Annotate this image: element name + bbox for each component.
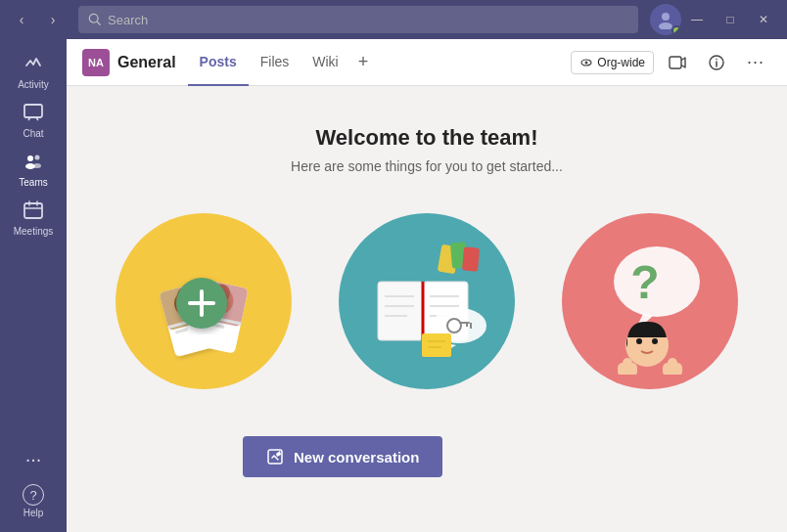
svg-point-14: [585, 61, 588, 64]
info-button[interactable]: [701, 47, 732, 78]
people-illustration: [116, 213, 292, 389]
sidebar-item-teams-label: Teams: [19, 177, 47, 188]
sidebar-item-chat-label: Chat: [23, 128, 43, 139]
eye-icon: [579, 56, 593, 69]
close-button[interactable]: ✕: [748, 4, 779, 35]
meetings-icon: [23, 200, 44, 224]
add-tab-button[interactable]: +: [350, 39, 377, 86]
tab-posts[interactable]: Posts: [188, 39, 249, 86]
more-icon: ···: [25, 448, 42, 470]
minimize-button[interactable]: —: [681, 4, 713, 35]
teams-icon: [23, 151, 44, 175]
channel-avatar: NA: [82, 49, 110, 76]
tab-files[interactable]: Files: [249, 39, 301, 86]
info-icon: [709, 55, 724, 70]
svg-rect-9: [24, 203, 42, 218]
content-area: NA General Posts Files Wiki +: [67, 39, 787, 532]
main-content: Welcome to the team! Here are some thing…: [67, 86, 787, 532]
bottom-area: New conversation: [86, 436, 767, 497]
search-input[interactable]: [108, 13, 628, 27]
sidebar-item-activity-label: Activity: [18, 79, 49, 90]
svg-rect-15: [670, 57, 681, 68]
search-bar[interactable]: [78, 6, 638, 33]
video-icon: [669, 56, 686, 69]
svg-point-60: [652, 338, 658, 344]
org-wide-label: Org-wide: [597, 56, 645, 69]
chat-icon: [23, 102, 44, 126]
sidebar-more-button[interactable]: ···: [4, 440, 63, 478]
sidebar-item-activity[interactable]: Activity: [4, 47, 63, 96]
sidebar-item-teams[interactable]: Teams: [4, 145, 63, 194]
svg-point-18: [716, 58, 718, 60]
title-bar: ‹ › — □ ✕: [0, 0, 787, 39]
svg-point-3: [659, 22, 672, 29]
window-controls: — □ ✕: [681, 4, 779, 35]
org-wide-badge[interactable]: Org-wide: [571, 51, 654, 74]
svg-rect-52: [422, 333, 451, 357]
svg-point-5: [27, 155, 33, 161]
nav-buttons: ‹ ›: [8, 6, 67, 33]
svg-line-1: [97, 22, 100, 24]
sidebar-item-chat[interactable]: Chat: [4, 96, 63, 145]
channel-name: General: [117, 54, 176, 71]
more-options-icon: ···: [747, 52, 764, 72]
illustration-row: ?: [116, 213, 738, 389]
question-illustration-svg: ?: [577, 228, 723, 375]
svg-point-64: [668, 358, 677, 368]
video-call-button[interactable]: [662, 47, 693, 78]
online-status-indicator: [671, 25, 681, 35]
question-illustration: ?: [562, 213, 738, 389]
sidebar: Activity Chat Teams: [0, 39, 67, 532]
svg-point-6: [35, 155, 40, 160]
main-layout: Activity Chat Teams: [0, 39, 787, 532]
activity-icon: [23, 53, 44, 77]
svg-point-59: [636, 338, 642, 344]
channel-header: NA General Posts Files Wiki +: [67, 39, 787, 86]
book-illustration-svg: [353, 228, 500, 375]
svg-point-2: [662, 13, 670, 21]
channel-tabs: Posts Files Wiki: [188, 39, 350, 86]
new-conversation-button[interactable]: New conversation: [243, 436, 442, 477]
user-avatar-button[interactable]: [650, 4, 681, 35]
svg-rect-36: [462, 246, 480, 271]
svg-text:?: ?: [630, 256, 659, 308]
nav-back-button[interactable]: ‹: [8, 6, 35, 33]
new-conversation-label: New conversation: [294, 449, 419, 466]
nav-forward-button[interactable]: ›: [39, 6, 67, 33]
maximize-button[interactable]: □: [715, 4, 746, 35]
svg-point-63: [623, 358, 632, 368]
more-options-button[interactable]: ···: [740, 47, 771, 78]
svg-rect-4: [24, 105, 42, 117]
svg-rect-37: [378, 282, 423, 340]
sidebar-item-meetings-label: Meetings: [14, 226, 54, 237]
sidebar-help-button[interactable]: ? Help: [4, 478, 63, 524]
people-illustration-svg: [135, 233, 272, 370]
welcome-title: Welcome to the team!: [316, 125, 538, 151]
svg-point-8: [33, 163, 41, 168]
sidebar-help-label: Help: [23, 508, 44, 518]
channel-header-actions: Org-wide ···: [571, 47, 771, 78]
search-icon: [88, 13, 102, 26]
edit-icon: [266, 448, 284, 466]
sidebar-item-meetings[interactable]: Meetings: [4, 194, 63, 243]
help-icon: ?: [23, 484, 44, 506]
welcome-subtitle: Here are some things for you to get star…: [291, 158, 563, 174]
tab-wiki[interactable]: Wiki: [301, 39, 349, 86]
book-illustration: [339, 213, 515, 389]
